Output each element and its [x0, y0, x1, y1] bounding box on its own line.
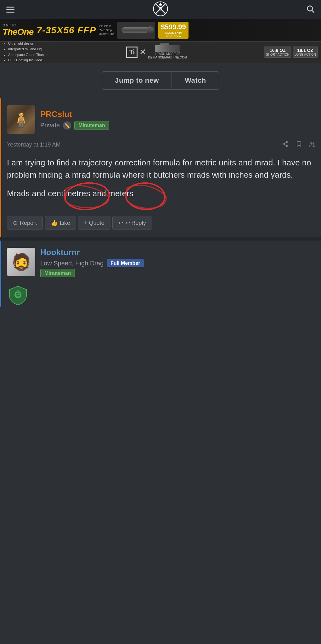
post-1-meta: Yesterday at 1:19 AM #1 [1, 139, 321, 153]
post-1-badge-minuteman: Minuteman [74, 121, 109, 130]
ad-zero-stop: Zero Stop [99, 28, 115, 32]
post-2-shield-badge [7, 285, 29, 307]
ad-model: 7-35X56 FFP [37, 25, 96, 36]
ad-glass-label: ED Glass [99, 24, 115, 28]
weight-box-short: 16.8 OZ SHORT ACTION [264, 47, 291, 58]
report-icon: ⊙ [13, 219, 18, 226]
post-1: PRCslut Private ✏️ Minuteman Yesterday a… [0, 98, 321, 237]
post-2-avatar-image: 🧔 [7, 248, 35, 276]
post-1-meta-actions: #1 [282, 141, 315, 149]
svg-point-9 [286, 145, 288, 147]
ad-bullet-4: DLC Coating Included [8, 58, 49, 63]
post-2-badge-full-member: Full Member [107, 259, 144, 267]
action-buttons-row: Jump to new Watch [0, 63, 321, 98]
post-1-rank-icon: ✏️ [63, 121, 71, 130]
ad-ti-logo: Ti ✕ LEARN MORE AT DEFIANCEMACHINE.COM [53, 45, 260, 59]
post-2-rank-row: Low Speed, High Drag Full Member [40, 259, 315, 267]
ad-weight-boxes: 16.8 OZ SHORT ACTION 18.1 OZ LONG ACTION [264, 47, 318, 58]
ad-bullet-2: Integrated rail and lug [8, 47, 49, 52]
report-button[interactable]: ⊙ Report [7, 216, 43, 230]
navbar [0, 0, 321, 19]
ti-brand-box: Ti [126, 47, 137, 58]
like-button[interactable]: 👍 Like [45, 216, 76, 230]
svg-point-7 [286, 141, 288, 143]
post-1-username[interactable]: PRCslut [40, 109, 315, 119]
hamburger-menu[interactable] [6, 7, 14, 13]
post-1-timestamp: Yesterday at 1:19 AM [7, 142, 60, 148]
like-label: Like [60, 220, 70, 226]
post-1-number: #1 [309, 142, 315, 148]
reply-button[interactable]: ↩ ↩ Reply [112, 216, 152, 230]
post-divider [0, 237, 321, 241]
like-icon: 👍 [51, 219, 58, 226]
svg-line-10 [284, 144, 286, 146]
post-2: 🧔 Hookturnr Low Speed, High Drag Full Me… [0, 241, 321, 307]
ad-banner-1[interactable]: ONTIC TheOne 7-35X56 FFP ED Glass Zero S… [0, 19, 321, 41]
ad-scope-image [117, 22, 155, 39]
reply-icon: ↩ [118, 219, 123, 226]
post-1-paragraph-1: I am trying to find a trajectory correct… [7, 157, 315, 181]
site-logo[interactable] [152, 1, 169, 19]
ad-bullets: Ultra-light design Integrated rail and l… [3, 41, 49, 63]
reply-label: ↩ Reply [125, 219, 146, 226]
ad-price-box[interactable]: $599.99 CODE: SH10 SHOP NOW [158, 22, 189, 39]
ti-cross: ✕ [139, 47, 146, 57]
jump-to-new-button[interactable]: Jump to new [102, 71, 172, 90]
watch-button[interactable]: Watch [172, 71, 219, 90]
post-1-rank: Private [40, 122, 60, 129]
svg-rect-15 [17, 290, 19, 292]
report-label: Report [20, 220, 37, 226]
post-1-text-annotated: Mrads and centimetres and meters [7, 189, 133, 198]
post-1-actions: ⊙ Report 👍 Like + Quote ↩ ↩ Reply [1, 212, 321, 237]
post-2-rank: Low Speed, High Drag [40, 260, 104, 267]
post-1-rank-row: Private ✏️ Minuteman [40, 121, 315, 130]
quote-button[interactable]: + Quote [78, 216, 110, 230]
post-1-body: I am trying to find a trajectory correct… [1, 153, 321, 212]
post-2-avatar[interactable]: 🧔 [7, 248, 35, 276]
post-2-badge-minuteman: Minuteman [40, 269, 75, 277]
quote-label: + Quote [84, 220, 104, 226]
svg-line-11 [284, 142, 286, 144]
ad-bullet-3: Aerospace Grade Titanium [8, 52, 49, 58]
ad-brand: TheOne [3, 27, 33, 37]
weight-box-long: 18.1 OZ LONG ACTION [293, 47, 318, 58]
post-1-avatar-image [7, 105, 35, 134]
post-2-header: 🧔 Hookturnr Low Speed, High Drag Full Me… [1, 241, 321, 281]
share-icon[interactable] [282, 141, 289, 149]
svg-point-5 [307, 6, 313, 11]
ad-price: $599.99 [161, 23, 186, 31]
ad-code: CODE: SH10 [161, 31, 186, 34]
post-2-user-info: Hookturnr Low Speed, High Drag Full Memb… [40, 247, 315, 276]
svg-line-6 [312, 10, 314, 12]
bookmark-icon[interactable] [296, 141, 302, 149]
search-button[interactable] [306, 4, 315, 15]
ad-bullet-1: Ultra-light design [8, 41, 49, 47]
post-1-header: PRCslut Private ✏️ Minuteman [1, 98, 321, 139]
post-1-user-info: PRCslut Private ✏️ Minuteman [40, 109, 315, 130]
post-1-paragraph-2: Mrads and centimetres and meters [7, 187, 315, 200]
post-2-username[interactable]: Hookturnr [40, 247, 315, 257]
ad-tube: 34mm Tube [99, 32, 115, 36]
ad-shop: SHOP NOW [161, 34, 186, 37]
ad-website: LEARN MORE AT DEFIANCEMACHINE.COM [148, 52, 187, 59]
ad-banner-2[interactable]: Ultra-light design Integrated rail and l… [0, 41, 321, 63]
post-1-avatar[interactable] [7, 105, 35, 134]
svg-point-8 [283, 143, 285, 145]
svg-marker-4 [158, 2, 163, 7]
